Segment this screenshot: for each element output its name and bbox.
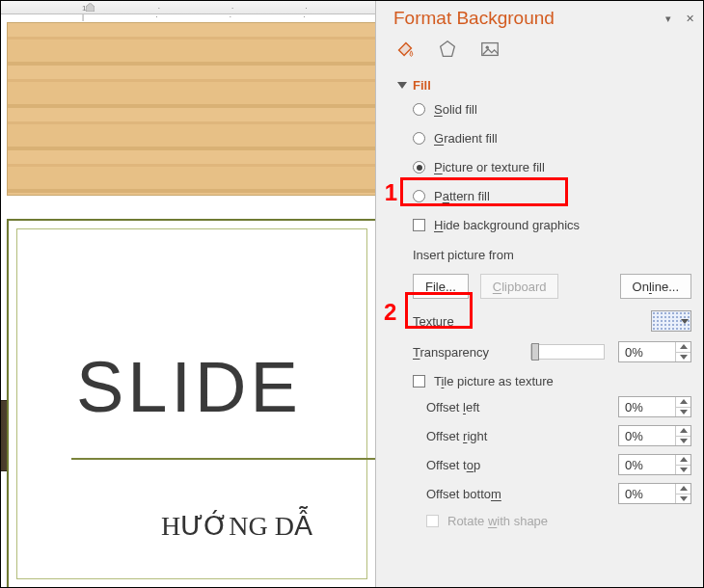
chevron-down-icon — [681, 319, 689, 324]
spin-down[interactable] — [676, 353, 690, 362]
texture-dropdown[interactable] — [651, 310, 691, 332]
collapse-triangle-icon — [397, 82, 407, 89]
transparency-spinner[interactable] — [618, 341, 691, 362]
solid-fill-label: Solid fill — [434, 102, 477, 117]
spin-down[interactable] — [676, 466, 690, 475]
online-button[interactable]: Online... — [620, 274, 691, 299]
slider-thumb-icon[interactable] — [531, 343, 539, 361]
effects-tab-icon[interactable] — [436, 38, 459, 61]
spin-down[interactable] — [676, 494, 690, 504]
transparency-value[interactable] — [619, 342, 675, 361]
file-button[interactable]: File... — [413, 274, 469, 299]
picture-texture-fill-radio[interactable]: Picture or texture fill — [413, 160, 691, 174]
insert-picture-from-label: Insert picture from — [376, 232, 703, 268]
offset-bottom-value[interactable] — [619, 484, 675, 503]
slide-frame[interactable]: SLIDE HƯỚNG DẪ — [7, 219, 375, 587]
offset-top-label: Offset top — [426, 458, 618, 472]
offset-left-value[interactable] — [619, 397, 675, 416]
svg-marker-0 — [86, 3, 95, 12]
transparency-label: Transparency — [413, 345, 521, 360]
spin-up[interactable] — [676, 455, 690, 466]
spin-down[interactable] — [676, 408, 690, 417]
format-background-pane: Format Background ▾ ✕ Fill Solid fill — [375, 1, 703, 587]
texture-label: Texture — [413, 314, 521, 329]
offset-right-spinner[interactable] — [618, 425, 691, 446]
pattern-fill-radio[interactable]: Pattern fill — [413, 189, 691, 203]
slide-title[interactable]: SLIDE — [76, 346, 302, 428]
tile-label: Tile picture as texture — [434, 374, 554, 388]
offset-top-value[interactable] — [619, 455, 675, 474]
picture-fill-label: Picture or texture fill — [434, 160, 545, 174]
hide-bg-graphics-check[interactable]: Hide background graphics — [413, 218, 691, 232]
fill-tab-icon[interactable] — [393, 38, 417, 61]
slide-canvas[interactable]: 1 · · · | · · · 2 · · · | · · · 3 SLIDE … — [1, 1, 375, 587]
indent-marker-icon[interactable] — [86, 3, 95, 12]
picture-tab-icon[interactable] — [478, 38, 501, 61]
close-icon[interactable]: ✕ — [682, 11, 697, 26]
offset-top-spinner[interactable] — [618, 454, 691, 475]
fill-section-label: Fill — [413, 78, 431, 93]
rotate-with-shape-check: Rotate with shape — [426, 514, 548, 528]
horizontal-ruler: 1 · · · | · · · 2 · · · | · · · 3 — [1, 1, 375, 14]
gradient-fill-label: Gradient fill — [434, 131, 498, 146]
svg-marker-1 — [441, 41, 455, 57]
tile-picture-check[interactable]: Tile picture as texture — [413, 374, 554, 388]
gradient-fill-radio[interactable]: Gradient fill — [413, 131, 691, 146]
solid-fill-radio[interactable]: Solid fill — [413, 102, 691, 117]
slide-subtitle[interactable]: HƯỚNG DẪ — [161, 510, 312, 542]
callout-2: 2 — [384, 299, 396, 326]
offset-left-spinner[interactable] — [618, 396, 691, 417]
fill-section-toggle[interactable]: Fill — [376, 72, 703, 102]
svg-point-3 — [486, 46, 489, 49]
offset-bottom-spinner[interactable] — [618, 483, 691, 504]
offset-left-label: Offset left — [426, 400, 618, 414]
callout-1: 1 — [380, 179, 397, 206]
rotate-label: Rotate with shape — [447, 514, 548, 528]
spin-up[interactable] — [676, 342, 690, 353]
spin-down[interactable] — [676, 437, 690, 446]
offset-right-label: Offset right — [426, 429, 618, 443]
hide-bg-label: Hide background graphics — [434, 218, 580, 232]
clipboard-button: Clipboard — [480, 274, 559, 299]
spin-up[interactable] — [676, 484, 690, 494]
transparency-slider[interactable] — [530, 344, 605, 360]
slide-divider — [71, 458, 375, 460]
offset-right-value[interactable] — [619, 426, 675, 445]
pane-title: Format Background — [393, 8, 655, 29]
pattern-fill-label: Pattern fill — [434, 189, 490, 203]
spin-up[interactable] — [676, 397, 690, 408]
wood-texture-band — [7, 22, 375, 196]
spin-up[interactable] — [676, 426, 690, 437]
pane-menu-icon[interactable]: ▾ — [661, 11, 676, 26]
offset-bottom-label: Offset bottom — [426, 487, 618, 501]
